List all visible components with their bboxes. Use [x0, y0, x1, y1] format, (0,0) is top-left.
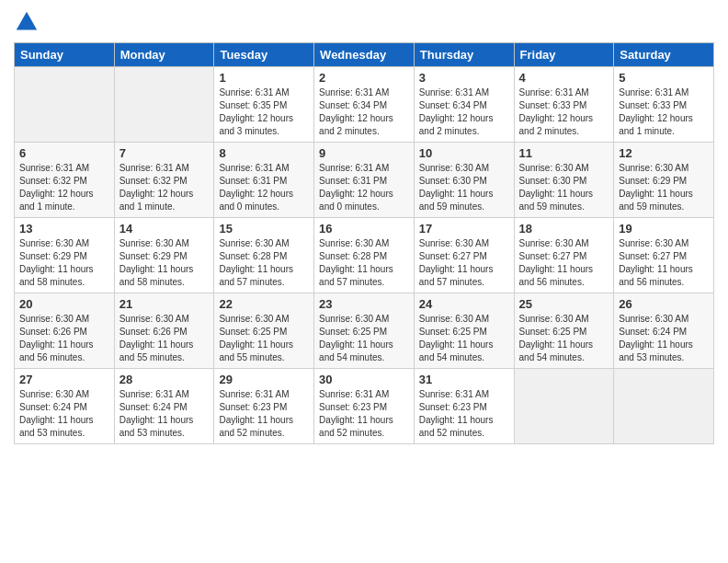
day-info: Sunrise: 6:30 AM Sunset: 6:29 PM Dayligh…: [19, 237, 109, 289]
calendar-cell: 6Sunrise: 6:31 AM Sunset: 6:32 PM Daylig…: [15, 143, 115, 218]
calendar-week-row: 27Sunrise: 6:30 AM Sunset: 6:24 PM Dayli…: [15, 369, 714, 444]
calendar-cell: 1Sunrise: 6:31 AM Sunset: 6:35 PM Daylig…: [214, 67, 314, 143]
day-number: 14: [119, 222, 210, 236]
calendar-cell: 4Sunrise: 6:31 AM Sunset: 6:33 PM Daylig…: [514, 67, 614, 143]
calendar-cell: 2Sunrise: 6:31 AM Sunset: 6:34 PM Daylig…: [314, 67, 415, 143]
day-number: 4: [519, 71, 609, 85]
day-info: Sunrise: 6:31 AM Sunset: 6:34 PM Dayligh…: [319, 86, 409, 138]
day-number: 18: [519, 222, 609, 236]
calendar-cell: 24Sunrise: 6:30 AM Sunset: 6:25 PM Dayli…: [414, 293, 514, 369]
calendar-week-row: 6Sunrise: 6:31 AM Sunset: 6:32 PM Daylig…: [15, 143, 714, 218]
weekday-header-tuesday: Tuesday: [214, 43, 314, 67]
calendar-cell: 25Sunrise: 6:30 AM Sunset: 6:25 PM Dayli…: [514, 293, 614, 369]
calendar-cell: 3Sunrise: 6:31 AM Sunset: 6:34 PM Daylig…: [414, 67, 514, 143]
calendar-cell: 19Sunrise: 6:30 AM Sunset: 6:27 PM Dayli…: [614, 218, 714, 293]
day-number: 27: [19, 373, 109, 386]
calendar-cell: 17Sunrise: 6:30 AM Sunset: 6:27 PM Dayli…: [414, 218, 514, 293]
day-info: Sunrise: 6:30 AM Sunset: 6:26 PM Dayligh…: [19, 313, 109, 364]
calendar-cell: 18Sunrise: 6:30 AM Sunset: 6:27 PM Dayli…: [514, 218, 614, 293]
day-number: 28: [119, 373, 210, 386]
day-info: Sunrise: 6:30 AM Sunset: 6:28 PM Dayligh…: [319, 237, 409, 289]
calendar-cell: 26Sunrise: 6:30 AM Sunset: 6:24 PM Dayli…: [614, 293, 714, 369]
weekday-header-saturday: Saturday: [614, 43, 714, 67]
day-number: 7: [119, 146, 210, 160]
day-number: 23: [319, 297, 409, 311]
day-info: Sunrise: 6:30 AM Sunset: 6:25 PM Dayligh…: [519, 313, 609, 364]
calendar-cell: 5Sunrise: 6:31 AM Sunset: 6:33 PM Daylig…: [614, 67, 714, 143]
day-number: 6: [19, 146, 109, 160]
calendar-cell: 29Sunrise: 6:31 AM Sunset: 6:23 PM Dayli…: [214, 369, 314, 444]
calendar-table: SundayMondayTuesdayWednesdayThursdayFrid…: [14, 42, 714, 444]
calendar-week-row: 20Sunrise: 6:30 AM Sunset: 6:26 PM Dayli…: [15, 293, 714, 369]
weekday-header-sunday: Sunday: [15, 43, 115, 67]
day-number: 3: [419, 71, 509, 85]
day-number: 17: [419, 222, 509, 236]
calendar-cell: 14Sunrise: 6:30 AM Sunset: 6:29 PM Dayli…: [114, 218, 214, 293]
day-number: 19: [619, 222, 709, 236]
day-info: Sunrise: 6:30 AM Sunset: 6:29 PM Dayligh…: [619, 162, 709, 213]
day-info: Sunrise: 6:30 AM Sunset: 6:30 PM Dayligh…: [519, 162, 609, 213]
calendar-cell: 8Sunrise: 6:31 AM Sunset: 6:31 PM Daylig…: [214, 143, 314, 218]
day-number: 29: [219, 373, 309, 386]
calendar-cell: 11Sunrise: 6:30 AM Sunset: 6:30 PM Dayli…: [514, 143, 614, 218]
weekday-header-thursday: Thursday: [414, 43, 514, 67]
calendar-cell: 16Sunrise: 6:30 AM Sunset: 6:28 PM Dayli…: [314, 218, 415, 293]
calendar-week-row: 1Sunrise: 6:31 AM Sunset: 6:35 PM Daylig…: [15, 67, 714, 143]
day-number: 11: [519, 146, 609, 160]
calendar-cell: 12Sunrise: 6:30 AM Sunset: 6:29 PM Dayli…: [614, 143, 714, 218]
calendar-cell: 20Sunrise: 6:30 AM Sunset: 6:26 PM Dayli…: [15, 293, 115, 369]
day-number: 2: [319, 71, 409, 85]
day-info: Sunrise: 6:31 AM Sunset: 6:34 PM Dayligh…: [419, 86, 509, 138]
calendar-week-row: 13Sunrise: 6:30 AM Sunset: 6:29 PM Dayli…: [15, 218, 714, 293]
calendar-cell: 30Sunrise: 6:31 AM Sunset: 6:23 PM Dayli…: [314, 369, 415, 444]
page: SundayMondayTuesdayWednesdayThursdayFrid…: [0, 0, 728, 563]
calendar-cell: [114, 67, 214, 143]
calendar-cell: 7Sunrise: 6:31 AM Sunset: 6:32 PM Daylig…: [114, 143, 214, 218]
day-info: Sunrise: 6:30 AM Sunset: 6:27 PM Dayligh…: [519, 237, 609, 289]
calendar-cell: 10Sunrise: 6:30 AM Sunset: 6:30 PM Dayli…: [414, 143, 514, 218]
calendar-cell: 13Sunrise: 6:30 AM Sunset: 6:29 PM Dayli…: [15, 218, 115, 293]
day-number: 21: [119, 297, 210, 311]
day-number: 22: [219, 297, 309, 311]
calendar-cell: 22Sunrise: 6:30 AM Sunset: 6:25 PM Dayli…: [214, 293, 314, 369]
calendar-cell: 21Sunrise: 6:30 AM Sunset: 6:26 PM Dayli…: [114, 293, 214, 369]
day-info: Sunrise: 6:30 AM Sunset: 6:29 PM Dayligh…: [119, 237, 210, 289]
day-number: 25: [519, 297, 609, 311]
day-info: Sunrise: 6:30 AM Sunset: 6:24 PM Dayligh…: [19, 388, 109, 440]
day-info: Sunrise: 6:30 AM Sunset: 6:27 PM Dayligh…: [619, 237, 709, 289]
calendar-cell: 9Sunrise: 6:31 AM Sunset: 6:31 PM Daylig…: [314, 143, 415, 218]
day-info: Sunrise: 6:31 AM Sunset: 6:24 PM Dayligh…: [119, 388, 210, 440]
day-info: Sunrise: 6:31 AM Sunset: 6:33 PM Dayligh…: [519, 86, 609, 138]
day-info: Sunrise: 6:31 AM Sunset: 6:23 PM Dayligh…: [219, 388, 309, 440]
day-number: 12: [619, 146, 709, 160]
day-number: 13: [19, 222, 109, 236]
day-info: Sunrise: 6:30 AM Sunset: 6:27 PM Dayligh…: [419, 237, 509, 289]
calendar-cell: 15Sunrise: 6:30 AM Sunset: 6:28 PM Dayli…: [214, 218, 314, 293]
day-number: 26: [619, 297, 709, 311]
day-info: Sunrise: 6:30 AM Sunset: 6:24 PM Dayligh…: [619, 313, 709, 364]
day-number: 8: [219, 146, 309, 160]
day-info: Sunrise: 6:31 AM Sunset: 6:31 PM Dayligh…: [219, 162, 309, 213]
day-number: 31: [419, 373, 509, 386]
header: [14, 9, 714, 35]
day-number: 16: [319, 222, 409, 236]
calendar-cell: 28Sunrise: 6:31 AM Sunset: 6:24 PM Dayli…: [114, 369, 214, 444]
day-info: Sunrise: 6:30 AM Sunset: 6:25 PM Dayligh…: [419, 313, 509, 364]
day-info: Sunrise: 6:31 AM Sunset: 6:32 PM Dayligh…: [119, 162, 210, 213]
day-info: Sunrise: 6:30 AM Sunset: 6:25 PM Dayligh…: [219, 313, 309, 364]
day-info: Sunrise: 6:30 AM Sunset: 6:30 PM Dayligh…: [419, 162, 509, 213]
calendar-cell: [514, 369, 614, 444]
weekday-header-wednesday: Wednesday: [314, 43, 415, 67]
calendar-cell: 31Sunrise: 6:31 AM Sunset: 6:23 PM Dayli…: [414, 369, 514, 444]
day-info: Sunrise: 6:30 AM Sunset: 6:25 PM Dayligh…: [319, 313, 409, 364]
day-info: Sunrise: 6:31 AM Sunset: 6:31 PM Dayligh…: [319, 162, 409, 213]
day-number: 24: [419, 297, 509, 311]
day-info: Sunrise: 6:30 AM Sunset: 6:26 PM Dayligh…: [119, 313, 210, 364]
day-number: 10: [419, 146, 509, 160]
day-info: Sunrise: 6:31 AM Sunset: 6:33 PM Dayligh…: [619, 86, 709, 138]
calendar-cell: 27Sunrise: 6:30 AM Sunset: 6:24 PM Dayli…: [15, 369, 115, 444]
calendar-cell: [614, 369, 714, 444]
day-number: 20: [19, 297, 109, 311]
calendar-cell: 23Sunrise: 6:30 AM Sunset: 6:25 PM Dayli…: [314, 293, 415, 369]
logo: [14, 9, 43, 35]
